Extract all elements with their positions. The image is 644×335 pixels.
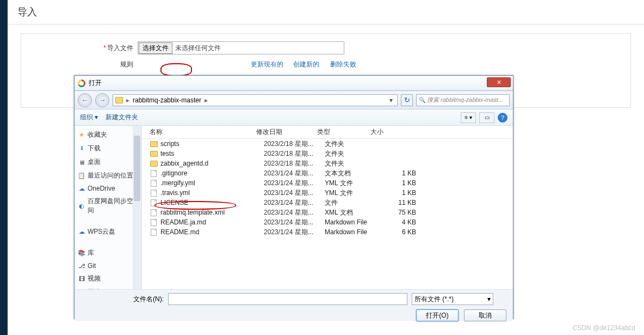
file-type: Markdown File [325,218,378,226]
sidebar-scrollbar[interactable] [133,126,141,289]
dialog-titlebar: 打开 ✕ [75,76,513,91]
cancel-button[interactable]: 取消 [464,309,506,321]
no-file-text: 未选择任何文件 [173,44,221,53]
sidebar-git[interactable]: ⎇Git [75,260,141,272]
view-mode-button[interactable]: ≡ ▾ [461,112,476,123]
file-date: 2023/1/24 星期... [264,179,325,188]
file-name: .gitignore [160,169,264,177]
file-icon [151,219,157,226]
file-name: zabbix_agentd.d [160,160,264,167]
new-folder-button[interactable]: 新建文件夹 [106,113,138,122]
folder-icon [150,141,158,147]
file-name: README.ja.md [160,218,264,226]
chrome-icon [78,80,85,87]
file-date: 2023/1/24 星期... [264,228,325,237]
file-name: rabbitmq.template.xml [160,209,264,216]
sidebar-favorites[interactable]: ★收藏夹 [75,126,141,142]
sidebar-baidu[interactable]: ◐百度网盘同步空间 [75,194,141,217]
dialog-toolbar: 组织 ▾ 新建文件夹 ≡ ▾ ▭ ? [75,109,513,126]
file-icon [151,170,157,177]
rules-columns: 更新现有的 创建新的 删除失败 [251,60,361,69]
file-size: 4 KB [378,218,427,226]
sidebar-desktop[interactable]: 🖥桌面 [75,155,141,169]
left-nav-strip [0,0,8,335]
file-icon [151,209,157,216]
nav-forward-button[interactable]: → [95,93,109,107]
file-name: scripts [160,140,264,148]
file-row[interactable]: tests2023/2/18 星期...文件夹 [142,149,513,159]
import-file-label: *导入文件 [29,44,138,53]
filename-label: 文件名(N): [133,295,164,304]
filename-input[interactable] [168,293,407,305]
file-icon [151,190,157,197]
file-size: 11 KB [378,199,427,206]
file-size: 75 KB [378,209,427,216]
sidebar-recent[interactable]: 📋最近访问的位置 [75,169,141,182]
file-name: README.md [160,228,264,236]
file-picker: 选择文件 未选择任何文件 [138,41,344,54]
file-type: 文件夹 [325,159,378,168]
file-row[interactable]: .mergify.yml2023/1/24 星期...YML 文件1 KB [142,178,513,188]
file-row[interactable]: .gitignore2023/1/24 星期...文本文档1 KB [142,168,513,178]
page-title: 导入 [8,0,644,25]
sidebar-pictures[interactable]: 🖼图片 [75,285,141,289]
breadcrumb-folder[interactable]: rabbitmq-zabbix-master [133,96,201,104]
help-button[interactable]: ? [498,113,507,123]
folder-icon [150,151,158,157]
open-button[interactable]: 打开(O) [416,309,459,321]
file-date: 2023/1/24 星期... [264,188,325,198]
file-row[interactable]: LICENSE2023/1/24 星期...文件11 KB [142,198,513,208]
search-input[interactable]: 搜索 rabbitmq-zabbix-mast... [416,94,510,106]
file-size: 1 KB [378,179,427,187]
sidebar-onedrive[interactable]: ☁OneDrive [75,182,141,194]
dialog-navbar: ← → ▸ rabbitmq-zabbix-master ▸ ▾ ↻ 搜索 ra… [75,91,513,109]
sidebar-libraries[interactable]: 📚库 [75,244,141,260]
file-row[interactable]: README.ja.md2023/1/24 星期...Markdown File… [142,217,513,227]
file-size: 1 KB [378,189,427,197]
file-icon [151,180,157,187]
file-date: 2023/2/18 星期... [264,139,325,149]
nav-back-button[interactable]: ← [78,93,92,107]
file-row[interactable]: scripts2023/2/18 星期...文件夹 [142,139,513,149]
file-date: 2023/1/24 星期... [264,169,325,178]
close-button[interactable]: ✕ [487,77,511,87]
file-list-area: 名称 修改日期 类型 大小 scripts2023/2/18 星期...文件夹t… [142,126,513,289]
sidebar-videos[interactable]: 🎞视频 [75,272,141,285]
file-icon [151,229,157,236]
filetype-select[interactable]: 所有文件 (*.*)▾ [412,293,493,305]
file-type: 文件 [325,198,378,208]
breadcrumb-dropdown[interactable]: ▾ [387,96,395,104]
refresh-button[interactable]: ↻ [401,94,413,106]
file-date: 2023/2/18 星期... [264,149,325,159]
watermark: CSDN @de1234abcd [572,324,635,332]
rules-label: 规则 [29,60,138,69]
file-date: 2023/2/18 星期... [264,159,325,168]
file-date: 2023/1/24 星期... [264,198,325,208]
preview-pane-button[interactable]: ▭ [479,112,494,123]
file-row[interactable]: .travis.yml2023/1/24 星期...YML 文件1 KB [142,188,513,198]
file-type: Markdown File [325,228,378,236]
file-type: 文本文档 [325,169,378,178]
file-icon [151,199,157,206]
file-size: 1 KB [378,169,427,177]
sidebar: ★收藏夹 ⬇下载 🖥桌面 📋最近访问的位置 ☁OneDrive ◐百度网盘同步空… [75,126,142,289]
file-row[interactable]: zabbix_agentd.d2023/2/18 星期...文件夹 [142,159,513,168]
organize-menu[interactable]: 组织 ▾ [80,113,98,122]
file-type: YML 文件 [325,188,378,198]
file-date: 2023/1/24 星期... [264,208,325,217]
folder-icon [115,97,123,103]
sidebar-wps[interactable]: ☁WPS云盘 [75,223,141,239]
choose-file-button[interactable]: 选择文件 [139,42,172,54]
file-size: 6 KB [378,228,427,236]
file-type: 文件夹 [325,149,378,159]
file-name: .mergify.yml [160,179,264,187]
breadcrumb[interactable]: ▸ rabbitmq-zabbix-master ▸ ▾ [113,94,398,106]
dialog-title: 打开 [89,78,102,88]
file-row[interactable]: rabbitmq.template.xml2023/1/24 星期...XML … [142,208,513,217]
file-row[interactable]: README.md2023/1/24 星期...Markdown File6 K… [142,227,513,237]
file-name: tests [160,150,264,157]
file-type: XML 文档 [325,208,378,217]
file-column-headers[interactable]: 名称 修改日期 类型 大小 [142,126,513,139]
file-name: LICENSE [160,199,264,206]
sidebar-downloads[interactable]: ⬇下载 [75,142,141,155]
